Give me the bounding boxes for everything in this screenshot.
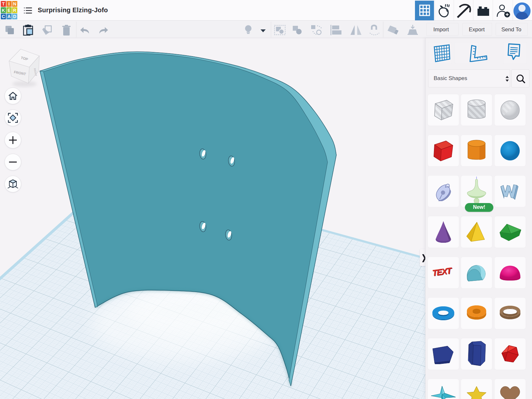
svg-text:I: I bbox=[8, 1, 10, 6]
svg-text:R: R bbox=[13, 8, 16, 13]
svg-text:E: E bbox=[7, 8, 10, 13]
svg-text:D: D bbox=[13, 14, 16, 19]
svg-text:A: A bbox=[7, 14, 11, 19]
svg-text:C: C bbox=[2, 14, 5, 19]
svg-text:T: T bbox=[2, 1, 5, 6]
svg-text:TEXT: TEXT bbox=[432, 265, 452, 278]
svg-text:K: K bbox=[2, 8, 5, 13]
svg-text:N: N bbox=[13, 1, 16, 6]
